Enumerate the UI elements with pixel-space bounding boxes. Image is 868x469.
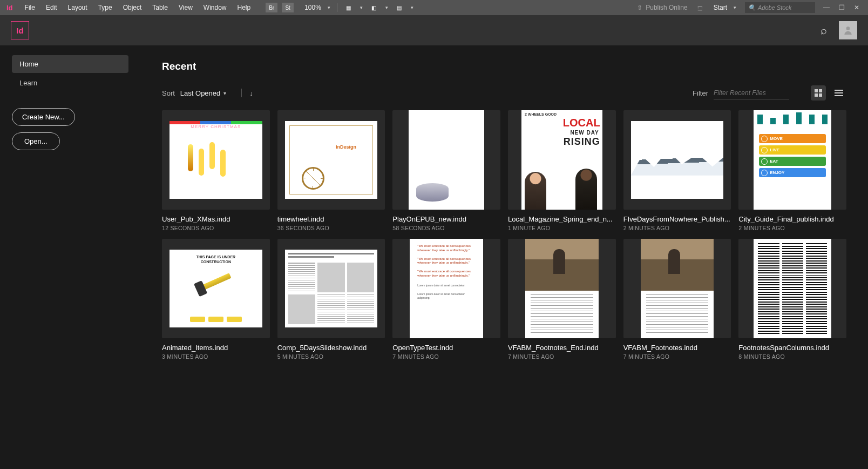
file-card[interactable]: 2 WHEELS GOODLOCALNEW DAYRISINGLocal_Mag…	[508, 110, 616, 231]
filter-input[interactable]	[714, 87, 789, 99]
search-icon[interactable]: ⌕	[820, 24, 827, 37]
minimize-button[interactable]: —	[822, 4, 831, 11]
file-name: VFABM_Footnotes_End.indd	[508, 344, 616, 352]
chevron-down-icon[interactable]: ▾	[223, 90, 226, 96]
svg-rect-4	[819, 93, 822, 97]
menu-window[interactable]: Window	[198, 4, 232, 11]
file-thumbnail: PLA	[392, 110, 500, 210]
publish-online-button[interactable]: ⇧Publish Online	[633, 4, 691, 11]
file-time: 2 minutes ago	[623, 225, 731, 231]
sidebar-item-home[interactable]: Home	[12, 55, 128, 73]
sidebar-item-learn[interactable]: Learn	[12, 74, 128, 92]
file-name: City_Guide_Final_publish.indd	[738, 215, 846, 223]
content-area: Recent Sort Last Opened ▾ ↓ Filter User_…	[140, 45, 868, 469]
file-time: 2 minutes ago	[738, 225, 846, 231]
close-button[interactable]: ✕	[852, 4, 862, 11]
sort-direction-button[interactable]: ↓	[249, 89, 253, 97]
file-name: User_Pub_XMas.indd	[162, 215, 270, 223]
file-name: OpenTypeTest.indd	[392, 344, 500, 352]
workspace-switcher[interactable]: Start▾	[708, 4, 745, 11]
svg-rect-3	[815, 93, 818, 97]
chevron-down-icon[interactable]: ▾	[382, 5, 391, 10]
app-icon: Id	[0, 4, 19, 12]
sort-label: Sort	[162, 89, 175, 97]
file-time: 12 seconds ago	[162, 225, 270, 231]
recent-files-grid: User_Pub_XMas.indd12 seconds agoInDesign…	[162, 110, 846, 360]
file-name: PlayOnEPUB_new.indd	[392, 215, 500, 223]
view-options-1[interactable]: ▦	[343, 3, 355, 12]
file-card[interactable]: VFABM_Footnotes_End.indd7 minutes ago	[508, 239, 616, 360]
zoom-level[interactable]: 100%	[301, 4, 324, 11]
file-name: Animated_Items.indd	[162, 344, 270, 352]
chevron-down-icon: ▾	[730, 5, 740, 10]
search-icon: 🔍	[748, 4, 756, 11]
sort-dropdown[interactable]: Last Opened	[180, 89, 220, 97]
file-card[interactable]: Comp_5DaysSlideshow.indd5 minutes ago	[277, 239, 385, 360]
file-name: FootnotesSpanColumns.indd	[738, 344, 846, 352]
file-name: Comp_5DaysSlideshow.indd	[277, 344, 385, 352]
file-time: 5 minutes ago	[277, 353, 385, 360]
menu-object[interactable]: Object	[118, 4, 147, 11]
user-icon	[843, 25, 853, 36]
view-options-3[interactable]: ▤	[394, 3, 405, 12]
file-time: 7 minutes ago	[392, 353, 500, 360]
bridge-button[interactable]: Br	[266, 3, 277, 12]
file-card[interactable]: User_Pub_XMas.indd12 seconds ago	[162, 110, 270, 231]
menu-edit[interactable]: Edit	[40, 4, 63, 11]
grid-icon	[815, 89, 822, 97]
file-time: 3 minutes ago	[162, 353, 270, 360]
file-name: FIveDaysFromNowhere_Publish...	[623, 215, 731, 223]
upload-icon: ⇧	[637, 4, 642, 11]
file-card[interactable]: THIS PAGE IS UNDERCONSTRUCTIONAnimated_I…	[162, 239, 270, 360]
file-card[interactable]: PLAPlayOnEPUB_new.indd58 seconds ago	[392, 110, 500, 231]
svg-rect-2	[819, 89, 822, 92]
file-time: 7 minutes ago	[508, 353, 616, 360]
stock-button[interactable]: St	[282, 3, 294, 12]
file-card[interactable]: InDesigntimewheel.indd36 seconds ago	[277, 110, 385, 231]
file-thumbnail	[623, 110, 731, 210]
file-card[interactable]: FIveDaysFromNowhere_Publish...2 minutes …	[623, 110, 731, 231]
toolbar: Sort Last Opened ▾ ↓ Filter	[162, 85, 846, 100]
chevron-down-icon[interactable]: ▾	[408, 5, 417, 10]
header-bar: Id ⌕	[0, 15, 868, 45]
chevron-down-icon[interactable]: ▾	[324, 5, 334, 10]
menu-layout[interactable]: Layout	[63, 4, 93, 11]
file-card[interactable]: VFABM_Footnotes.indd7 minutes ago	[623, 239, 731, 360]
file-time: 36 seconds ago	[277, 225, 385, 231]
menu-table[interactable]: Table	[147, 4, 173, 11]
file-thumbnail	[277, 239, 385, 338]
chevron-down-icon[interactable]: ▾	[357, 5, 366, 10]
file-card[interactable]: FootnotesSpanColumns.indd8 minutes ago	[738, 239, 846, 360]
file-card[interactable]: NAVIGATIONMOVELIVEEATENJOYCity_Guide_Fin…	[738, 110, 846, 231]
arrange-documents-icon[interactable]: ⬚	[694, 3, 706, 12]
page-title: Recent	[162, 61, 846, 72]
file-thumbnail	[623, 239, 731, 338]
file-thumbnail: "We must embrace all consequenceswhereve…	[392, 239, 500, 338]
svg-rect-1	[815, 89, 818, 92]
list-icon	[835, 89, 843, 97]
file-time: 58 seconds ago	[392, 225, 500, 231]
adobe-stock-search[interactable]: 🔍Adobe Stock	[745, 2, 815, 13]
main-area: Home Learn Create New... Open... Recent …	[0, 45, 868, 469]
open-button[interactable]: Open...	[12, 132, 60, 150]
grid-view-button[interactable]	[811, 85, 826, 100]
file-time: 8 minutes ago	[738, 353, 846, 360]
menu-view[interactable]: View	[173, 4, 198, 11]
menu-help[interactable]: Help	[232, 4, 256, 11]
view-options-2[interactable]: ◧	[368, 3, 380, 12]
file-time: 1 minute ago	[508, 225, 616, 231]
menu-file[interactable]: File	[19, 4, 40, 11]
file-time: 7 minutes ago	[623, 353, 731, 360]
list-view-button[interactable]	[831, 85, 846, 100]
file-thumbnail	[738, 239, 846, 338]
file-thumbnail: NAVIGATIONMOVELIVEEATENJOY	[738, 110, 846, 210]
menu-type[interactable]: Type	[93, 4, 118, 11]
file-name: Local_Magazine_Spring_end_n...	[508, 215, 616, 223]
create-new-button[interactable]: Create New...	[12, 108, 75, 126]
file-card[interactable]: "We must embrace all consequenceswhereve…	[392, 239, 500, 360]
restore-button[interactable]: ❐	[837, 4, 846, 11]
file-thumbnail: InDesign	[277, 110, 385, 210]
file-thumbnail	[162, 110, 270, 210]
file-name: timewheel.indd	[277, 215, 385, 223]
avatar[interactable]	[839, 21, 857, 39]
